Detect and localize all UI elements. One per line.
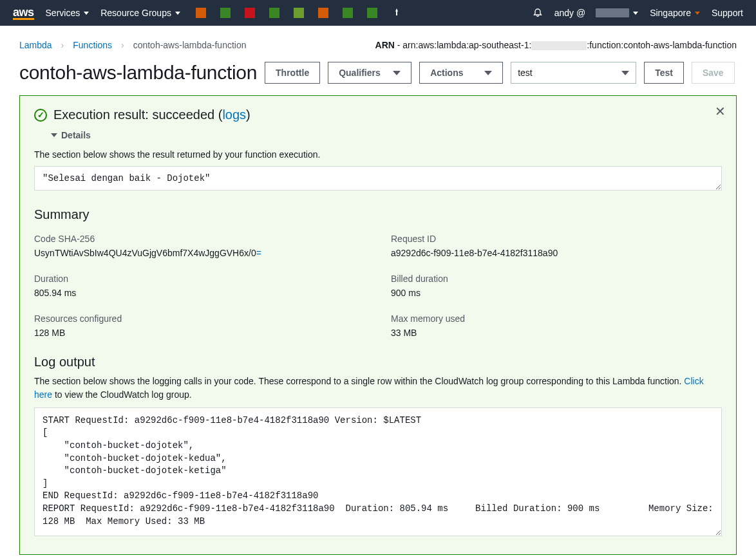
summary-heading: Summary xyxy=(34,207,722,222)
svg-rect-3 xyxy=(269,8,279,18)
service-icon[interactable] xyxy=(343,8,353,18)
log-output-box[interactable]: START RequestId: a9292d6c-f909-11e8-b7e4… xyxy=(34,407,722,536)
result-header: ✓ Execution result: succeeded (logs) xyxy=(34,107,722,122)
caret-down-icon xyxy=(393,71,401,75)
support-menu[interactable]: Support xyxy=(712,8,743,18)
breadcrumb-lambda[interactable]: Lambda xyxy=(19,40,52,50)
summary-item-resources: Resources configured128 MB xyxy=(34,313,365,338)
svg-rect-4 xyxy=(294,8,304,18)
bell-icon[interactable] xyxy=(533,8,543,18)
caret-down-icon xyxy=(484,71,492,75)
service-icon[interactable] xyxy=(367,8,377,18)
caret-down-icon xyxy=(633,12,638,15)
service-icon[interactable] xyxy=(294,8,304,18)
execution-result-panel: ✕ ✓ Execution result: succeeded (logs) D… xyxy=(19,95,737,555)
close-icon[interactable]: ✕ xyxy=(715,105,726,118)
return-value-box[interactable]: "Selesai dengan baik - Dojotek" xyxy=(34,166,722,191)
svg-rect-6 xyxy=(343,8,353,18)
service-icon[interactable] xyxy=(269,8,279,18)
arn-display: ARN - arn:aws:lambda:ap-southeast-1::fun… xyxy=(375,40,737,50)
result-description: The section below shows the result retur… xyxy=(34,149,722,160)
test-button[interactable]: Test xyxy=(644,62,684,84)
account-id-mask xyxy=(531,41,587,50)
breadcrumb-current: contoh-aws-lambda-function xyxy=(133,40,247,50)
actions-dropdown[interactable]: Actions xyxy=(419,62,503,84)
summary-item-max-memory: Max memory used33 MB xyxy=(391,313,722,338)
services-menu[interactable]: Services xyxy=(46,8,90,18)
summary-item-duration: Duration805.94 ms xyxy=(34,274,365,298)
pin-icon[interactable] xyxy=(392,8,402,18)
breadcrumb-functions[interactable]: Functions xyxy=(73,40,112,50)
result-header-text: Execution result: succeeded ( xyxy=(53,107,222,122)
throttle-button[interactable]: Throttle xyxy=(265,62,320,84)
save-button: Save xyxy=(692,62,735,84)
aws-logo[interactable]: aws xyxy=(13,6,34,20)
chevron-right-icon: › xyxy=(121,40,124,50)
qualifiers-dropdown[interactable]: Qualifiers xyxy=(328,62,411,84)
service-icon[interactable] xyxy=(318,8,328,18)
log-output-heading: Log output xyxy=(34,355,722,369)
details-toggle[interactable]: Details xyxy=(51,130,722,140)
caret-down-icon xyxy=(695,12,700,15)
summary-grid: Code SHA-256UsynTWtiAvSbIw4QU4zVuGjgV6bm… xyxy=(34,234,722,338)
log-description: The section below shows the logging call… xyxy=(34,375,722,401)
svg-rect-2 xyxy=(245,8,255,18)
summary-item-billed-duration: Billed duration900 ms xyxy=(391,274,722,298)
svg-rect-0 xyxy=(196,8,206,18)
top-navbar: aws Services Resource Groups andy @ Sing… xyxy=(0,0,756,26)
caret-down-icon xyxy=(175,12,180,15)
caret-down-icon xyxy=(621,71,629,75)
success-icon: ✓ xyxy=(34,109,47,122)
caret-down-icon xyxy=(51,133,57,137)
summary-item-request-id: Request IDa9292d6c-f909-11e8-b7e4-4182f3… xyxy=(391,234,722,258)
breadcrumb: Lambda › Functions › contoh-aws-lambda-f… xyxy=(19,40,247,50)
summary-item-sha: Code SHA-256UsynTWtiAvSbIw4QU4zVuGjgV6bm… xyxy=(34,234,365,258)
account-menu[interactable]: andy @ xyxy=(554,8,638,18)
test-event-select[interactable]: test xyxy=(511,62,636,84)
caret-down-icon xyxy=(84,12,89,15)
service-shortcut-icons xyxy=(196,8,402,18)
service-icon[interactable] xyxy=(220,8,231,18)
page-title: contoh-aws-lambda-function xyxy=(19,62,257,84)
svg-rect-1 xyxy=(220,8,231,18)
service-icon[interactable] xyxy=(196,8,206,18)
logs-link[interactable]: logs xyxy=(222,107,246,122)
chevron-right-icon: › xyxy=(61,40,64,50)
svg-rect-7 xyxy=(367,8,377,18)
resource-groups-menu[interactable]: Resource Groups xyxy=(100,8,180,18)
account-id-mask xyxy=(596,8,629,17)
region-menu[interactable]: Singapore xyxy=(650,8,700,18)
svg-rect-5 xyxy=(318,8,328,18)
service-icon[interactable] xyxy=(245,8,255,18)
